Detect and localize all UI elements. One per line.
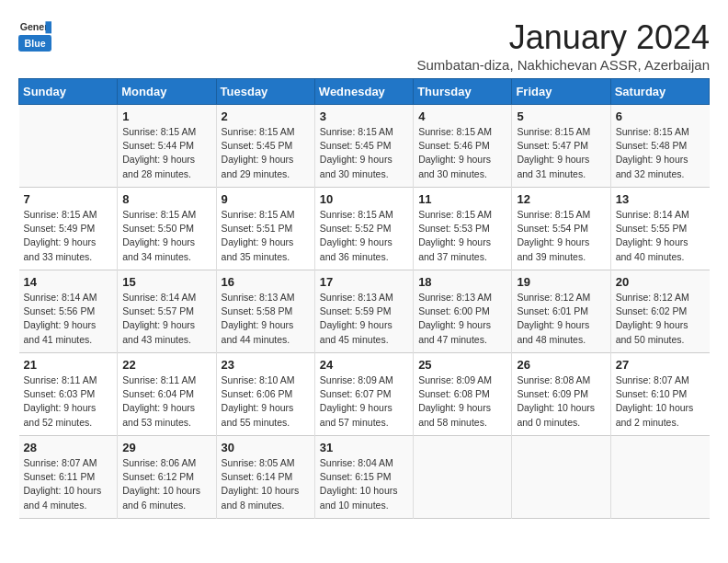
cell-info: Sunrise: 8:15 AMSunset: 5:44 PMDaylight:…: [122, 125, 211, 181]
calendar-body: 1Sunrise: 8:15 AMSunset: 5:44 PMDaylight…: [19, 105, 710, 519]
day-number: 15: [122, 275, 211, 289]
weekday-header-thursday: Thursday: [414, 79, 512, 105]
calendar-cell: 20Sunrise: 8:12 AMSunset: 6:02 PMDayligh…: [610, 270, 709, 353]
calendar-cell: 1Sunrise: 8:15 AMSunset: 5:44 PMDaylight…: [118, 105, 216, 188]
day-number: 4: [418, 109, 507, 123]
day-number: 29: [122, 441, 211, 454]
cell-info: Sunrise: 8:10 AMSunset: 6:06 PMDaylight:…: [222, 373, 311, 430]
weekday-header-monday: Monday: [118, 79, 216, 105]
cell-info: Sunrise: 8:15 AMSunset: 5:48 PMDaylight:…: [616, 125, 706, 181]
calendar-week-row: 1Sunrise: 8:15 AMSunset: 5:44 PMDaylight…: [19, 105, 710, 188]
calendar-cell: 16Sunrise: 8:13 AMSunset: 5:58 PMDayligh…: [216, 270, 314, 353]
day-number: 16: [222, 275, 311, 289]
calendar-week-row: 14Sunrise: 8:14 AMSunset: 5:56 PMDayligh…: [19, 270, 710, 353]
weekday-header-friday: Friday: [512, 79, 610, 105]
month-title: January 2024: [416, 18, 710, 57]
weekday-header-saturday: Saturday: [610, 79, 709, 105]
day-number: 27: [616, 358, 706, 372]
day-number: 30: [222, 441, 311, 454]
weekday-header-row: SundayMondayTuesdayWednesdayThursdayFrid…: [19, 79, 710, 105]
calendar-cell: 24Sunrise: 8:09 AMSunset: 6:07 PMDayligh…: [314, 353, 413, 436]
cell-info: Sunrise: 8:04 AMSunset: 6:15 PMDaylight:…: [320, 456, 409, 512]
day-number: 17: [320, 275, 409, 289]
calendar-cell: 7Sunrise: 8:15 AMSunset: 5:49 PMDaylight…: [19, 188, 118, 270]
calendar-cell: 4Sunrise: 8:15 AMSunset: 5:46 PMDaylight…: [414, 105, 512, 188]
title-block: January 2024 Sumbatan-diza, Nakhichevan …: [416, 18, 710, 73]
day-number: 10: [320, 192, 409, 206]
day-number: 13: [616, 192, 706, 206]
calendar-cell: 13Sunrise: 8:14 AMSunset: 5:55 PMDayligh…: [610, 188, 709, 270]
cell-info: Sunrise: 8:15 AMSunset: 5:45 PMDaylight:…: [320, 125, 409, 181]
day-number: 8: [122, 192, 211, 206]
day-number: 11: [418, 192, 507, 206]
day-number: 12: [517, 192, 606, 206]
cell-info: Sunrise: 8:14 AMSunset: 5:57 PMDaylight:…: [122, 291, 211, 347]
cell-info: Sunrise: 8:15 AMSunset: 5:45 PMDaylight:…: [222, 125, 311, 181]
day-number: 24: [320, 358, 409, 372]
cell-info: Sunrise: 8:15 AMSunset: 5:52 PMDaylight:…: [320, 208, 409, 264]
day-number: 23: [222, 358, 311, 372]
cell-info: Sunrise: 8:11 AMSunset: 6:03 PMDaylight:…: [24, 373, 114, 430]
cell-info: Sunrise: 8:11 AMSunset: 6:04 PMDaylight:…: [122, 373, 211, 430]
calendar-cell: 21Sunrise: 8:11 AMSunset: 6:03 PMDayligh…: [19, 353, 118, 436]
day-number: 31: [320, 441, 409, 454]
calendar-cell: 10Sunrise: 8:15 AMSunset: 5:52 PMDayligh…: [314, 188, 413, 270]
calendar-cell: 15Sunrise: 8:14 AMSunset: 5:57 PMDayligh…: [118, 270, 216, 353]
calendar-cell: [610, 436, 709, 519]
svg-marker-4: [45, 21, 51, 33]
cell-info: Sunrise: 8:06 AMSunset: 6:12 PMDaylight:…: [122, 456, 211, 512]
day-number: 7: [24, 192, 114, 206]
calendar-cell: [512, 436, 610, 519]
calendar-cell: 18Sunrise: 8:13 AMSunset: 6:00 PMDayligh…: [414, 270, 512, 353]
cell-info: Sunrise: 8:07 AMSunset: 6:11 PMDaylight:…: [24, 456, 114, 512]
day-number: 21: [24, 358, 114, 372]
page-header: General Blue January 2024 Sumbatan-diza,…: [18, 18, 710, 73]
weekday-header-tuesday: Tuesday: [216, 79, 314, 105]
calendar-cell: 19Sunrise: 8:12 AMSunset: 6:01 PMDayligh…: [512, 270, 610, 353]
cell-info: Sunrise: 8:12 AMSunset: 6:02 PMDaylight:…: [616, 291, 706, 347]
day-number: 19: [517, 275, 606, 289]
calendar-week-row: 28Sunrise: 8:07 AMSunset: 6:11 PMDayligh…: [19, 436, 710, 519]
calendar-week-row: 21Sunrise: 8:11 AMSunset: 6:03 PMDayligh…: [19, 353, 710, 436]
calendar-cell: [414, 436, 512, 519]
cell-info: Sunrise: 8:08 AMSunset: 6:09 PMDaylight:…: [517, 373, 606, 430]
calendar-cell: 28Sunrise: 8:07 AMSunset: 6:11 PMDayligh…: [19, 436, 118, 519]
cell-info: Sunrise: 8:09 AMSunset: 6:08 PMDaylight:…: [418, 373, 507, 430]
cell-info: Sunrise: 8:15 AMSunset: 5:53 PMDaylight:…: [418, 208, 507, 264]
day-number: 6: [616, 109, 706, 123]
cell-info: Sunrise: 8:14 AMSunset: 5:56 PMDaylight:…: [24, 291, 114, 347]
calendar-cell: 8Sunrise: 8:15 AMSunset: 5:50 PMDaylight…: [118, 188, 216, 270]
calendar-table: SundayMondayTuesdayWednesdayThursdayFrid…: [18, 78, 710, 519]
calendar-cell: 27Sunrise: 8:07 AMSunset: 6:10 PMDayligh…: [610, 353, 709, 436]
calendar-cell: 11Sunrise: 8:15 AMSunset: 5:53 PMDayligh…: [414, 188, 512, 270]
day-number: 18: [418, 275, 507, 289]
cell-info: Sunrise: 8:13 AMSunset: 5:58 PMDaylight:…: [222, 291, 311, 347]
logo-icon: General Blue: [18, 18, 51, 52]
cell-info: Sunrise: 8:12 AMSunset: 6:01 PMDaylight:…: [517, 291, 606, 347]
calendar-cell: 25Sunrise: 8:09 AMSunset: 6:08 PMDayligh…: [414, 353, 512, 436]
calendar-cell: 12Sunrise: 8:15 AMSunset: 5:54 PMDayligh…: [512, 188, 610, 270]
day-number: 20: [616, 275, 706, 289]
day-number: 9: [222, 192, 311, 206]
calendar-cell: 31Sunrise: 8:04 AMSunset: 6:15 PMDayligh…: [314, 436, 413, 519]
calendar-cell: 2Sunrise: 8:15 AMSunset: 5:45 PMDaylight…: [216, 105, 314, 188]
cell-info: Sunrise: 8:15 AMSunset: 5:54 PMDaylight:…: [517, 208, 606, 264]
calendar-cell: 14Sunrise: 8:14 AMSunset: 5:56 PMDayligh…: [19, 270, 118, 353]
weekday-header-wednesday: Wednesday: [314, 79, 413, 105]
weekday-header-sunday: Sunday: [19, 79, 118, 105]
cell-info: Sunrise: 8:15 AMSunset: 5:49 PMDaylight:…: [24, 208, 114, 264]
calendar-cell: 6Sunrise: 8:15 AMSunset: 5:48 PMDaylight…: [610, 105, 709, 188]
calendar-cell: 17Sunrise: 8:13 AMSunset: 5:59 PMDayligh…: [314, 270, 413, 353]
calendar-cell: 22Sunrise: 8:11 AMSunset: 6:04 PMDayligh…: [118, 353, 216, 436]
day-number: 3: [320, 109, 409, 123]
cell-info: Sunrise: 8:05 AMSunset: 6:14 PMDaylight:…: [222, 456, 311, 512]
cell-info: Sunrise: 8:13 AMSunset: 5:59 PMDaylight:…: [320, 291, 409, 347]
calendar-cell: 30Sunrise: 8:05 AMSunset: 6:14 PMDayligh…: [216, 436, 314, 519]
cell-info: Sunrise: 8:15 AMSunset: 5:51 PMDaylight:…: [222, 208, 311, 264]
cell-info: Sunrise: 8:13 AMSunset: 6:00 PMDaylight:…: [418, 291, 507, 347]
svg-text:Blue: Blue: [25, 38, 46, 49]
day-number: 25: [418, 358, 507, 372]
day-number: 22: [122, 358, 211, 372]
calendar-cell: 5Sunrise: 8:15 AMSunset: 5:47 PMDaylight…: [512, 105, 610, 188]
calendar-cell: 26Sunrise: 8:08 AMSunset: 6:09 PMDayligh…: [512, 353, 610, 436]
